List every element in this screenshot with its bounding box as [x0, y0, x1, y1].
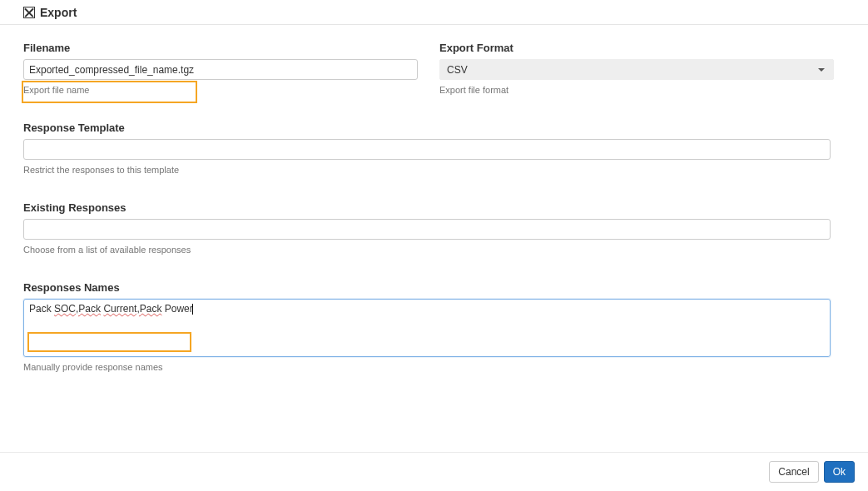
export-format-label: Export Format — [439, 42, 834, 54]
filename-label: Filename — [23, 42, 418, 54]
export-format-helper: Export file format — [439, 85, 834, 95]
responses-names-label: Responses Names — [23, 281, 845, 294]
export-format-select[interactable]: CSV — [439, 59, 834, 80]
existing-responses-input[interactable] — [23, 219, 831, 240]
export-format-value: CSV — [447, 64, 468, 76]
chevron-down-icon — [818, 68, 825, 72]
responses-names-textarea[interactable]: Pack SOC,Pack Current,Pack Power — [23, 299, 831, 357]
export-icon — [23, 7, 35, 18]
dialog-header: Export — [0, 0, 868, 25]
ok-button[interactable]: Ok — [824, 461, 855, 483]
filename-input[interactable] — [23, 59, 418, 80]
response-template-label: Response Template — [23, 122, 845, 134]
response-template-helper: Restrict the responses to this template — [23, 165, 845, 175]
responses-names-helper: Manually provide response names — [23, 362, 845, 372]
existing-responses-label: Existing Responses — [23, 201, 845, 214]
response-template-input[interactable] — [23, 139, 831, 160]
filename-helper: Export file name — [23, 85, 418, 95]
cancel-button[interactable]: Cancel — [769, 461, 818, 483]
dialog-title: Export — [40, 6, 77, 19]
existing-responses-helper: Choose from a list of available response… — [23, 245, 845, 255]
text-caret — [192, 304, 193, 315]
dialog-footer: Cancel Ok — [0, 452, 868, 491]
